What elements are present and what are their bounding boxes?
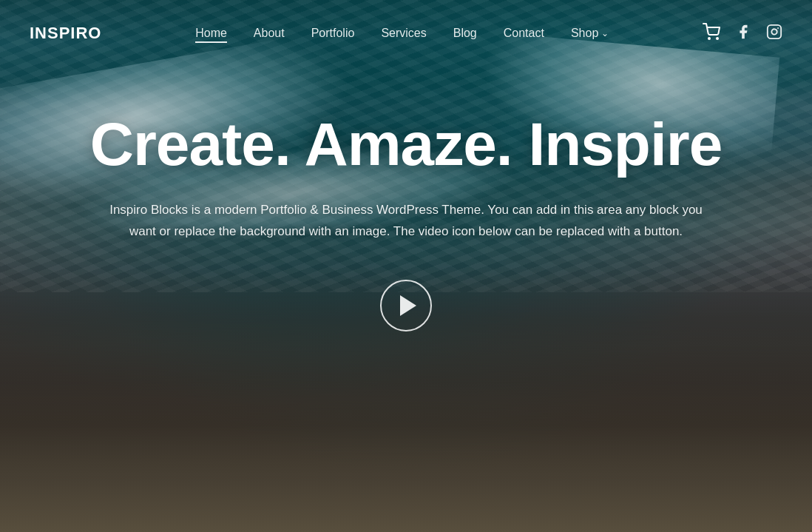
cart-button[interactable]: [703, 23, 720, 44]
play-icon: [400, 295, 416, 316]
hero-content: Create. Amaze. Inspire Inspiro Blocks is…: [0, 67, 812, 331]
nav-shop[interactable]: Shop ⌄: [571, 27, 609, 40]
instagram-button[interactable]: [766, 24, 782, 44]
nav-contact[interactable]: Contact: [504, 27, 544, 40]
cart-icon: [703, 23, 720, 41]
svg-point-1: [717, 38, 718, 39]
hero-description: Inspiro Blocks is a modern Portfolio & B…: [103, 200, 709, 243]
header-icons: [703, 23, 782, 44]
header: INSPIRO Home About Portfolio Services Bl…: [0, 0, 812, 67]
facebook-icon: [735, 24, 751, 40]
instagram-icon: [766, 24, 782, 40]
shop-dropdown-icon: ⌄: [601, 28, 609, 38]
nav-portfolio[interactable]: Portfolio: [311, 27, 355, 40]
play-video-button[interactable]: [380, 280, 432, 331]
nav-about[interactable]: About: [254, 27, 285, 40]
nav-blog[interactable]: Blog: [453, 27, 477, 40]
main-nav: Home About Portfolio Services Blog Conta…: [195, 27, 609, 40]
svg-point-0: [708, 38, 710, 39]
logo[interactable]: INSPIRO: [30, 24, 101, 43]
nav-services[interactable]: Services: [381, 27, 426, 40]
facebook-button[interactable]: [735, 24, 751, 44]
hero-title: Create. Amaze. Inspire: [90, 111, 723, 178]
svg-rect-2: [768, 24, 781, 38]
nav-home[interactable]: Home: [195, 27, 227, 40]
